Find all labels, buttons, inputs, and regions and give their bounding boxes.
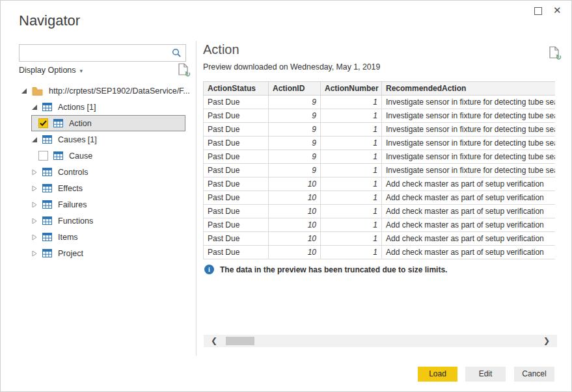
refresh-preview-icon[interactable]: ↻ bbox=[549, 46, 560, 60]
tree-item-project[interactable]: Project bbox=[14, 245, 193, 261]
tree-item-failures[interactable]: Failures bbox=[14, 196, 193, 213]
table-icon bbox=[42, 168, 52, 176]
table-icon bbox=[42, 249, 52, 257]
search-box[interactable] bbox=[19, 44, 186, 62]
cancel-button[interactable]: Cancel bbox=[514, 367, 554, 382]
table-cell: 1 bbox=[321, 218, 382, 232]
chevron-down-icon: ▾ bbox=[80, 68, 83, 74]
maximize-icon[interactable] bbox=[534, 7, 542, 15]
horizontal-scrollbar[interactable]: ❮ ❯ bbox=[204, 335, 557, 347]
tree-item-effects[interactable]: Effects bbox=[14, 180, 193, 196]
table-cell: Past Due bbox=[204, 218, 269, 232]
scrollbar-thumb[interactable] bbox=[226, 337, 254, 345]
tree-item-label: Actions [1] bbox=[58, 103, 96, 112]
tree-item-http-crptest-sep1902-dataservi[interactable]: http://crptest/SEP1902/DataService/F... bbox=[14, 83, 193, 99]
tree-item-label: Functions bbox=[58, 216, 93, 226]
table-cell: Add check master as part of setup verifi… bbox=[382, 246, 556, 259]
table-cell: Past Due bbox=[204, 137, 269, 150]
tree-item-causes-1[interactable]: Causes [1] bbox=[14, 131, 193, 148]
tree-item-controls[interactable]: Controls bbox=[14, 164, 193, 180]
table-cell: 9 bbox=[269, 96, 321, 109]
tree-checkbox-cause[interactable] bbox=[38, 151, 48, 161]
tree-item-cause[interactable]: Cause bbox=[31, 148, 185, 164]
tree-expand-icon[interactable] bbox=[31, 234, 38, 241]
tree-item-functions[interactable]: Functions bbox=[14, 213, 193, 229]
tree-item-label: Causes [1] bbox=[58, 135, 97, 144]
table-icon bbox=[42, 135, 52, 144]
table-cell: 10 bbox=[269, 232, 321, 246]
table-row: Past Due91Investigate sensor in fixture … bbox=[204, 123, 556, 137]
table-row: Past Due101Add check master as part of s… bbox=[204, 177, 556, 191]
tree-item-actions-1[interactable]: Actions [1] bbox=[14, 99, 193, 115]
table-cell: 1 bbox=[321, 137, 382, 150]
tree-expand-icon[interactable] bbox=[31, 218, 38, 224]
table-cell: 1 bbox=[321, 232, 382, 246]
table-icon bbox=[42, 200, 52, 209]
table-row: Past Due91Investigate sensor in fixture … bbox=[204, 137, 556, 150]
close-icon[interactable]: ✕ bbox=[553, 3, 562, 18]
table-icon bbox=[42, 216, 52, 225]
search-icon[interactable] bbox=[172, 48, 182, 60]
table-cell: Add check master as part of setup verifi… bbox=[382, 218, 556, 232]
edit-button[interactable]: Edit bbox=[465, 367, 506, 382]
truncation-message: The data in the preview has been truncat… bbox=[220, 265, 447, 274]
table-cell: 1 bbox=[321, 177, 382, 191]
table-icon bbox=[42, 103, 52, 111]
scroll-left-icon[interactable]: ❮ bbox=[211, 335, 217, 346]
tree-item-items[interactable]: Items bbox=[14, 229, 193, 245]
table-cell: 10 bbox=[269, 205, 321, 218]
table-cell: Add check master as part of setup verifi… bbox=[382, 177, 556, 191]
table-cell: 10 bbox=[269, 191, 321, 205]
table-cell: Past Due bbox=[204, 96, 269, 109]
table-cell: Investigate sensor in fixture for detect… bbox=[382, 96, 556, 109]
table-cell: Add check master as part of setup verifi… bbox=[382, 205, 556, 218]
table-cell: Past Due bbox=[204, 123, 269, 137]
search-input[interactable] bbox=[20, 45, 169, 61]
truncation-notice: i The data in the preview has been trunc… bbox=[204, 265, 447, 274]
table-cell: 9 bbox=[269, 164, 321, 177]
tree-item-label: Failures bbox=[58, 200, 87, 209]
table-header-row: ActionStatusActionIDActionNumberRecommen… bbox=[204, 82, 556, 96]
table-cell: 1 bbox=[321, 150, 382, 164]
scroll-right-icon[interactable]: ❯ bbox=[543, 335, 550, 346]
tree-expand-icon[interactable] bbox=[31, 250, 38, 257]
tree-item-label: http://crptest/SEP1902/DataService/F... bbox=[49, 86, 190, 96]
table-cell: 1 bbox=[321, 96, 382, 109]
table-row: Past Due91Investigate sensor in fixture … bbox=[204, 164, 556, 177]
tree-expand-icon[interactable] bbox=[31, 202, 38, 208]
tree-collapse-icon[interactable] bbox=[31, 104, 38, 111]
tree-item-action[interactable]: Action bbox=[31, 115, 185, 131]
navigator-dialog: Navigator ✕ Display Options▾ ↻ http://cr… bbox=[0, 0, 572, 392]
folder-icon bbox=[32, 86, 43, 96]
table-icon bbox=[53, 151, 63, 160]
display-options-dropdown[interactable]: Display Options▾ bbox=[19, 66, 83, 75]
table-cell: Past Due bbox=[204, 109, 269, 123]
table-cell: 1 bbox=[321, 205, 382, 218]
table-cell: 1 bbox=[321, 109, 382, 123]
table-row: Past Due91Investigate sensor in fixture … bbox=[204, 96, 556, 109]
refresh-source-icon[interactable]: ↻ bbox=[178, 63, 189, 77]
table-cell: Past Due bbox=[204, 205, 269, 218]
tree-collapse-icon[interactable] bbox=[21, 88, 27, 94]
table-cell: Investigate sensor in fixture for detect… bbox=[382, 137, 556, 150]
tree-item-label: Effects bbox=[58, 184, 83, 193]
tree-collapse-icon[interactable] bbox=[31, 137, 38, 143]
table-cell: Investigate sensor in fixture for detect… bbox=[382, 164, 556, 177]
tree-checkbox-action[interactable] bbox=[38, 118, 48, 128]
table-cell: 10 bbox=[269, 177, 321, 191]
tree-expand-icon[interactable] bbox=[31, 169, 38, 176]
tree-item-label: Action bbox=[69, 119, 92, 128]
table-cell: Past Due bbox=[204, 164, 269, 177]
navigation-tree: http://crptest/SEP1902/DataService/F...A… bbox=[14, 83, 193, 261]
table-cell: 9 bbox=[269, 109, 321, 123]
table-cell: 9 bbox=[269, 150, 321, 164]
display-options-label: Display Options bbox=[19, 66, 76, 75]
load-button[interactable]: Load bbox=[418, 367, 457, 382]
preview-title: Action bbox=[203, 42, 239, 57]
tree-expand-icon[interactable] bbox=[31, 185, 38, 192]
table-row: Past Due101Add check master as part of s… bbox=[204, 191, 556, 205]
table-cell: 9 bbox=[269, 137, 321, 150]
table-cell: 1 bbox=[321, 123, 382, 137]
table-cell: Investigate sensor in fixture for detect… bbox=[382, 123, 556, 137]
table-cell: Past Due bbox=[204, 150, 269, 164]
